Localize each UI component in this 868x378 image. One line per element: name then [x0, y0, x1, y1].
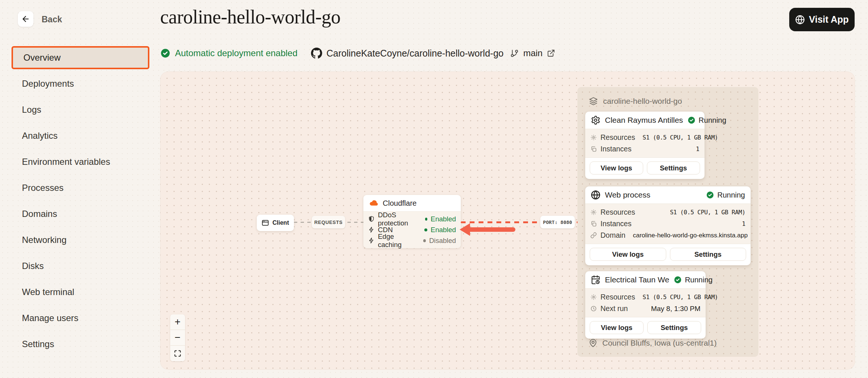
globe-icon [591, 190, 600, 200]
row-value: S1 (0.5 CPU, 1 GB RAM) [642, 134, 718, 141]
sidebar-item-processes[interactable]: Processes [12, 176, 149, 199]
process-card-web-process[interactable]: Web process Running Resources S1 (0.5 CP… [585, 186, 751, 265]
git-branch-icon [510, 49, 519, 58]
map-pin-icon [589, 339, 597, 347]
resources-row: Resources S1 (0.5 CPU, 1 GB RAM) [590, 291, 700, 303]
sidebar-item-manage-users[interactable]: Manage users [12, 307, 149, 330]
deployment-status: Automatic deployment enabled [160, 48, 298, 58]
view-logs-button[interactable]: View logs [590, 161, 643, 174]
repo-name: CarolineKateCoyne/caroline-hello-world-g… [327, 48, 504, 59]
repo-info: CarolineKateCoyne/caroline-hello-world-g… [311, 48, 504, 59]
row-label: Resources [600, 293, 635, 301]
branch-link[interactable]: main [510, 48, 555, 58]
next-run-row: Next run May 8, 1:30 PM [590, 303, 700, 314]
requests-label-pill: REQUESTS [312, 216, 345, 228]
sidebar-item-overview[interactable]: Overview [12, 46, 149, 69]
cloudflare-row-status: Enabled [431, 215, 456, 223]
row-label: Instances [600, 145, 631, 153]
link-icon [590, 232, 597, 238]
annotation-arrow-left-icon [460, 223, 516, 236]
maximize-icon [174, 350, 181, 357]
zoom-controls: + − [170, 314, 185, 361]
globe-icon [795, 15, 805, 25]
instances-icon [590, 221, 597, 227]
row-label: Resources [600, 208, 635, 217]
client-label: Client [272, 220, 289, 226]
sidebar-item-disks[interactable]: Disks [12, 254, 149, 278]
sidebar-item-environment-variables[interactable]: Environment variables [12, 150, 149, 173]
sidebar-item-settings[interactable]: Settings [12, 333, 149, 356]
cloudflare-row-label: DDoS protection [378, 211, 418, 227]
layers-icon [589, 96, 598, 106]
external-link-icon[interactable] [547, 49, 555, 57]
datacenter-location-label: Council Bluffs, Iowa (us-central1) [602, 339, 717, 347]
port-label-pill: PORT: 8080 [540, 216, 575, 228]
resources-row: Resources S1 (0.5 CPU, 1 GB RAM) [590, 132, 699, 143]
zoom-in-button[interactable]: + [170, 314, 185, 330]
process-name: Electrical Taun We [605, 275, 669, 284]
fullscreen-button[interactable] [170, 346, 185, 361]
client-node[interactable]: Client [257, 215, 294, 231]
status-label: Running [685, 276, 713, 284]
domain-row: Domain caroline-hello-world-go-ekmss.kin… [590, 230, 745, 241]
sidebar-item-analytics[interactable]: Analytics [12, 124, 149, 147]
gear-icon [590, 294, 597, 300]
lightning-icon [368, 237, 375, 244]
settings-button[interactable]: Settings [670, 248, 746, 261]
instances-icon [590, 146, 597, 152]
clock-icon [590, 305, 597, 312]
shield-icon [368, 216, 375, 222]
back-label: Back [42, 15, 62, 25]
view-logs-button[interactable]: View logs [590, 321, 644, 334]
settings-button[interactable]: Settings [647, 321, 701, 334]
lightning-icon [368, 227, 375, 233]
status-bar: Automatic deployment enabled CarolineKat… [160, 47, 555, 60]
status-badge: Running [687, 116, 726, 125]
cloudflare-cloud-icon [369, 198, 379, 208]
sidebar-item-networking[interactable]: Networking [12, 228, 149, 252]
status-label: Running [699, 116, 726, 125]
status-label: Running [717, 191, 745, 199]
zoom-out-button[interactable]: − [170, 330, 185, 346]
process-card-electrical-taun-we[interactable]: Electrical Taun We Running Resources S1 … [585, 271, 706, 339]
arrow-left-icon [21, 15, 30, 23]
instances-row: Instances 1 [590, 143, 699, 155]
check-circle-icon [160, 48, 171, 58]
status-dot [423, 239, 426, 242]
row-value: S1 (0.5 CPU, 1 GB RAM) [670, 209, 745, 216]
sidebar-item-web-terminal[interactable]: Web terminal [12, 281, 149, 304]
status-badge: Running [674, 276, 713, 284]
branch-name: main [523, 48, 542, 58]
process-name: Clean Raymus Antilles [605, 116, 683, 125]
back-button[interactable] [18, 11, 33, 27]
cloudflare-row-status: Enabled [431, 226, 456, 234]
cloudflare-node[interactable]: Cloudflare DDoS protection Enabled CDN E… [363, 195, 461, 248]
page-title: caroline-hello-world-go [160, 6, 340, 28]
sidebar-item-logs[interactable]: Logs [12, 98, 149, 121]
resources-row: Resources S1 (0.5 CPU, 1 GB RAM) [590, 206, 745, 218]
cloudflare-row-edge-caching: Edge caching Disabled [368, 235, 456, 246]
sidebar: Overview Deployments Logs Analytics Envi… [12, 46, 149, 359]
topology-canvas[interactable]: Client REQUESTS Cloudflare DDoS protecti… [160, 71, 855, 370]
status-dot [424, 228, 427, 231]
datacenter-location: Council Bluffs, Iowa (us-central1) [589, 339, 717, 347]
process-card-clean-raymus-antilles[interactable]: Clean Raymus Antilles Running Resources … [585, 112, 705, 179]
settings-button[interactable]: Settings [647, 161, 700, 174]
status-dot [425, 218, 427, 221]
cloudflare-row-ddos: DDoS protection Enabled [368, 214, 456, 224]
gear-icon [590, 209, 597, 215]
sidebar-item-domains[interactable]: Domains [12, 202, 149, 225]
view-logs-button[interactable]: View logs [590, 248, 666, 261]
row-value: 1 [742, 220, 745, 227]
visit-app-button[interactable]: Visit App [789, 8, 855, 31]
row-label: Resources [600, 133, 635, 142]
status-badge: Running [706, 191, 745, 199]
calendar-clock-icon [591, 275, 600, 285]
cloudflare-row-label: Edge caching [378, 233, 417, 249]
row-label: Domain [600, 231, 625, 240]
sidebar-item-deployments[interactable]: Deployments [12, 72, 149, 95]
instances-row: Instances 1 [590, 218, 745, 230]
row-label: Next run [600, 304, 628, 313]
row-value: S1 (0.5 CPU, 1 GB RAM) [642, 294, 718, 301]
row-value: 1 [696, 145, 699, 153]
